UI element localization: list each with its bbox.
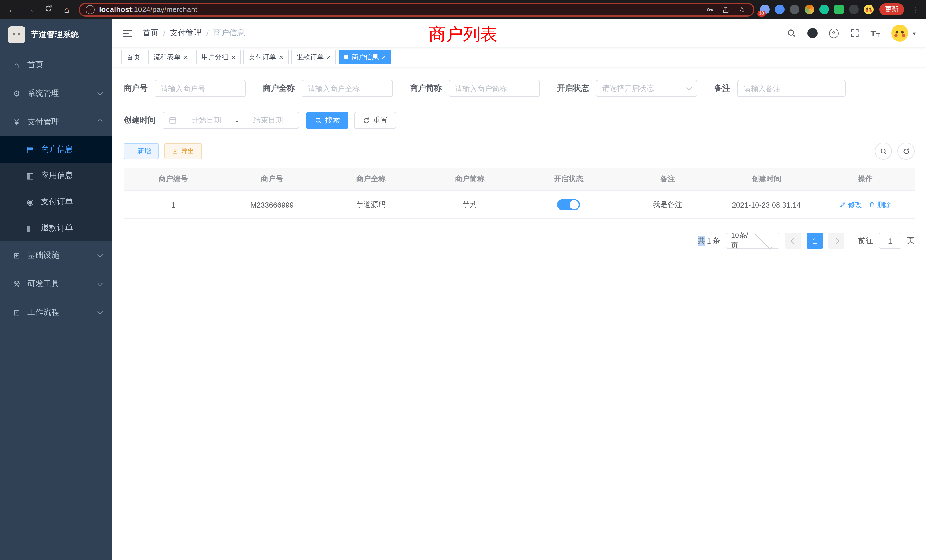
short-name-label: 商户简称 [410,83,449,94]
refresh-table-icon[interactable] [897,142,915,160]
chevron-right-icon [834,238,839,244]
sidebar-subitem-merchant-info[interactable]: ▤ 商户信息 [0,136,112,162]
extension-green-check-icon[interactable] [819,5,829,14]
delete-link[interactable]: 删除 [869,200,891,210]
sidebar-item-infra[interactable]: ⊞ 基础设施 [0,241,112,270]
tools-icon: ⚒ [11,279,22,289]
extension-badge: 10 [757,11,766,17]
status-toggle[interactable] [557,199,580,210]
pagination-total: 共 1 条 [698,236,720,246]
extension-color-icon[interactable] [805,5,814,14]
user-avatar[interactable] [891,24,908,42]
sidebar-item-devtools[interactable]: ⚒ 研发工具 [0,270,112,298]
cell-status [519,199,618,210]
status-select[interactable]: 请选择开启状态 [596,80,698,97]
goto-suffix: 页 [907,236,915,246]
share-icon[interactable] [720,5,732,14]
extension-emoji-icon[interactable] [864,5,873,14]
extension-note-icon[interactable] [834,5,844,14]
chevron-up-icon [97,118,103,124]
prev-page-button[interactable] [785,233,801,249]
help-icon[interactable]: ? [829,28,838,38]
close-icon[interactable]: × [382,53,386,61]
breadcrumb-payment[interactable]: 支付管理 [170,28,202,38]
export-button[interactable]: 导出 [164,143,202,159]
page-size-select[interactable]: 10条/页 [726,233,779,249]
merchant-table: 商户编号 商户号 商户全称 商户简称 开启状态 备注 创建时间 操作 1 M23… [124,168,915,219]
table-row: 1 M233666999 芋道源码 芋艿 我是备注 2021-10-23 08:… [124,191,915,219]
top-navbar: 首页 / 支付管理 / 商户信息 ? TT [112,19,926,47]
full-name-label: 商户全称 [263,83,302,94]
sidebar-item-workflow[interactable]: ⊡ 工作流程 [0,298,112,327]
screenshot-root: ← → ⌂ i localhost:1024/pay/merchant ☆ 10 [0,0,926,560]
goto-label: 前往 [858,236,873,246]
plus-icon: + [131,147,135,155]
app-logo[interactable]: 芋道管理系统 [0,19,112,51]
next-page-button[interactable] [829,233,844,249]
sidebar-collapse-icon[interactable] [123,29,132,37]
cell-short-name: 芋艿 [420,200,519,210]
browser-forward-icon[interactable]: → [24,5,36,14]
close-icon[interactable]: × [231,53,236,61]
tab-pay-order[interactable]: 支付订单 × [244,50,288,64]
tab-merchant-info[interactable]: 商户信息 × [339,50,391,64]
search-button[interactable]: 搜索 [306,112,348,129]
cell-create-time: 2021-10-23 08:31:14 [717,200,816,209]
chevron-down-icon [97,90,103,95]
bookmark-star-icon[interactable]: ☆ [736,4,747,15]
sidebar-subitem-refund-order[interactable]: ▥ 退款订单 [0,215,112,241]
download-icon [172,148,179,154]
sidebar-item-system[interactable]: ⚙ 系统管理 [0,79,112,108]
github-icon[interactable] [807,28,817,38]
header-search-icon[interactable] [787,29,796,38]
remark-input[interactable] [737,80,846,97]
calendar-icon [169,117,177,124]
site-info-icon[interactable]: i [86,5,95,14]
create-time-range-picker[interactable]: 开始日期 - 结束日期 [162,112,300,129]
browser-update-button[interactable]: 更新 [879,3,904,15]
sidebar-subitem-pay-order[interactable]: ◉ 支付订单 [0,189,112,215]
tab-flow-form[interactable]: 流程表单 × [148,50,193,64]
tags-view-bar: 首页 流程表单 × 用户分组 × 支付订单 × 退款订单 × [112,47,926,67]
add-button[interactable]: + 新增 [124,143,159,159]
font-size-icon[interactable]: TT [870,28,880,38]
table-header-row: 商户编号 商户号 商户全称 商户简称 开启状态 备注 创建时间 操作 [124,168,915,191]
browser-menu-icon[interactable]: ⋮ [910,5,920,14]
fullscreen-icon[interactable] [850,29,859,38]
cell-merchant-no: M233666999 [222,200,322,209]
extension-drop-icon[interactable] [775,5,785,14]
breadcrumb-home[interactable]: 首页 [142,28,159,38]
sidebar-item-payment[interactable]: ¥ 支付管理 [0,108,112,136]
full-name-input[interactable] [302,80,393,97]
merchant-no-input[interactable] [154,80,246,97]
sidebar: 芋道管理系统 ⌂ 首页 ⚙ 系统管理 ¥ 支付管理 ▤ 商户信息 [0,19,112,560]
extension-pinwheel-icon[interactable] [849,5,859,14]
sidebar-item-home[interactable]: ⌂ 首页 [0,51,112,79]
toggle-search-icon[interactable] [875,142,892,160]
close-icon[interactable]: × [327,53,331,61]
browser-refresh-icon[interactable] [42,5,55,14]
chevron-left-icon [790,238,796,244]
extension-dark-icon[interactable] [790,5,799,14]
goto-page-input[interactable] [879,233,902,249]
password-key-icon[interactable] [704,5,716,14]
sidebar-subitem-app-info[interactable]: ▦ 应用信息 [0,162,112,189]
browser-back-icon[interactable]: ← [6,5,18,14]
close-icon[interactable]: × [279,53,283,61]
close-icon[interactable]: × [184,53,188,61]
short-name-input[interactable] [449,80,540,97]
breadcrumb: 首页 / 支付管理 / 商户信息 [142,28,245,38]
browser-home-icon[interactable]: ⌂ [61,5,73,14]
cell-actions: 修改 删除 [816,200,915,210]
extension-puzzle-icon[interactable]: 10 [760,5,770,14]
tab-home[interactable]: 首页 [121,50,145,64]
url-text: localhost:1024/pay/merchant [99,5,700,14]
avatar-caret-icon[interactable]: ▾ [913,30,916,36]
page-number-button[interactable]: 1 [807,233,823,249]
tab-user-group[interactable]: 用户分组 × [196,50,241,64]
tab-refund-order[interactable]: 退款订单 × [291,50,336,64]
reset-button[interactable]: 重置 [354,112,396,129]
url-bar[interactable]: i localhost:1024/pay/merchant ☆ [79,3,754,16]
chevron-down-icon [97,252,103,257]
edit-link[interactable]: 修改 [840,200,862,210]
